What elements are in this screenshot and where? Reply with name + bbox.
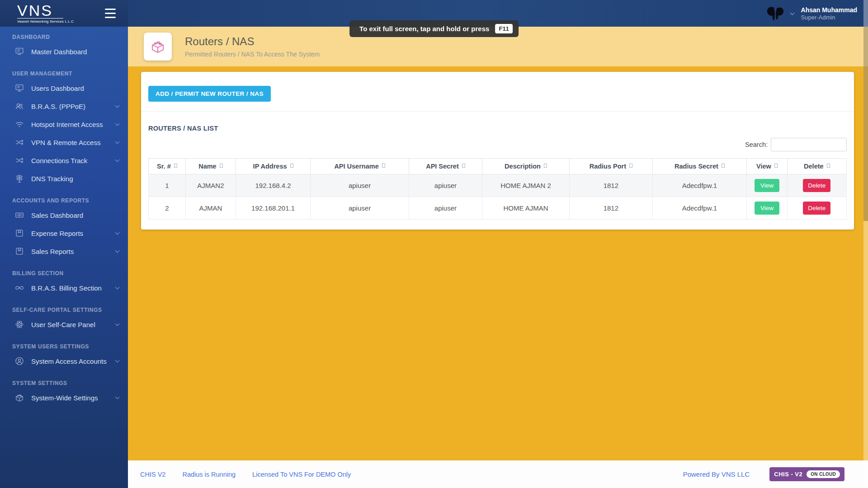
chevron-down-icon (115, 230, 120, 235)
sort-icon (722, 164, 725, 168)
footer-link-license[interactable]: Licensed To VNS For DEMO Only (252, 471, 351, 478)
shuffle-icon (14, 155, 25, 166)
column-header-view[interactable]: View (747, 159, 788, 174)
sidebar-item-sales-reports[interactable]: Sales Reports (0, 242, 128, 260)
user-info: Ahsan Muhammad Super-Admin (801, 6, 857, 21)
sort-icon (220, 164, 223, 168)
column-header-name[interactable]: Name (185, 159, 236, 174)
book-icon (14, 228, 25, 239)
column-header-api-secret[interactable]: API Secret (409, 159, 482, 174)
column-header-delete[interactable]: Delete (787, 159, 846, 174)
menu-toggle-button[interactable] (105, 9, 116, 18)
section-heading-user-management: USER MANAGEMENT (12, 70, 128, 77)
user-role: Super-Admin (801, 14, 857, 21)
cell-api-username: apiuser (311, 174, 409, 197)
routers-table: Sr. # Name IP Address API Username API S… (148, 158, 847, 220)
sidebar-item-hotspot-internet-access[interactable]: Hotspot Internet Access (0, 115, 128, 133)
view-button[interactable]: View (755, 202, 779, 215)
sidebar-item-bras-pppoe[interactable]: B.R.A.S. (PPPoE) (0, 97, 128, 115)
chevron-down-icon (115, 122, 120, 126)
fullscreen-toast: To exit full screen, tap and hold or pre… (349, 20, 519, 37)
banknote-icon (14, 210, 25, 221)
powered-by-link[interactable]: Powered By VNS LLC (683, 470, 750, 478)
sidebar-item-connections-track[interactable]: Connections Track (0, 151, 128, 169)
table-row: 2 AJMAN 192.168.201.1 apiuser apiuser HO… (149, 197, 847, 220)
chevron-down-icon (115, 285, 120, 290)
chevron-down-icon (115, 103, 120, 108)
chevron-down-icon (790, 10, 794, 15)
table-header-row: Sr. # Name IP Address API Username API S… (149, 159, 847, 174)
chevron-down-icon (115, 158, 120, 162)
users-icon (14, 101, 25, 112)
sidebar-item-expense-reports[interactable]: Expense Reports (0, 224, 128, 242)
footer-right: Powered By VNS LLC CHIS - V2 ON CLOUD (683, 467, 844, 481)
badge-label: CHIS - V2 (774, 471, 802, 478)
cell-name: AJMAN (185, 197, 236, 220)
cell-api-secret: apiuser (409, 197, 482, 220)
monitor-dashboard-icon (14, 83, 25, 94)
list-title: ROUTERS / NAS LIST (148, 125, 847, 132)
page-title: Routers / NAS (185, 35, 320, 48)
chevron-down-icon (115, 395, 120, 399)
column-header-api-username[interactable]: API Username (311, 159, 409, 174)
delete-button[interactable]: Delete (803, 202, 830, 215)
table-row: 1 AJMAN2 192.168.4.2 apiuser apiuser HOM… (149, 174, 847, 197)
sidebar-item-vpn-remote-access[interactable]: VPN & Remote Access (0, 133, 128, 151)
sidebar-item-master-dashboard[interactable]: Master Dashboard (0, 42, 128, 61)
f11-key-badge: F11 (495, 24, 513, 33)
scrollbar[interactable] (863, 0, 868, 488)
cell-description: HOME AJMAN 2 (482, 174, 570, 197)
cell-sr: 1 (149, 174, 186, 197)
sidebar-item-user-self-care-panel[interactable]: User Self-Care Panel (0, 315, 128, 333)
column-header-radius-secret[interactable]: Radius Secret (652, 159, 746, 174)
column-header-radius-port[interactable]: Radius Port (569, 159, 652, 174)
user-circle-icon (14, 356, 25, 366)
shuffle-icon (14, 137, 25, 148)
sidebar-item-users-dashboard[interactable]: Users Dashboard (0, 79, 128, 97)
wifi-icon (14, 119, 25, 130)
sidebar: DASHBOARD Master Dashboard USER MANAGEME… (0, 27, 128, 488)
cell-ip-address: 192.168.4.2 (236, 174, 310, 197)
toast-message: To exit full screen, tap and hold or pre… (359, 25, 489, 33)
sort-icon (774, 164, 778, 168)
column-header-description[interactable]: Description (482, 159, 570, 174)
on-cloud-pill: ON CLOUD (807, 470, 840, 478)
divider (141, 111, 854, 112)
chevron-down-icon (115, 322, 120, 326)
sidebar-item-system-wide-settings[interactable]: System-Wide Settings (0, 389, 128, 407)
user-menu[interactable]: Ahsan Muhammad Super-Admin (766, 0, 857, 27)
sidebar-item-system-access-accounts[interactable]: System Access Accounts (0, 352, 128, 370)
user-name: Ahsan Muhammad (801, 6, 857, 14)
book-icon (14, 246, 25, 257)
chis-cloud-badge: CHIS - V2 ON CLOUD (769, 467, 844, 481)
sidebar-item-sales-dashboard[interactable]: Sales Dashboard (0, 206, 128, 224)
column-header-sr[interactable]: Sr. # (149, 159, 186, 174)
search-input[interactable] (771, 138, 847, 151)
router-brick-icon (150, 38, 166, 55)
sidebar-item-dns-tracking[interactable]: DNS Tracking (0, 169, 128, 188)
cell-radius-port: 1812 (569, 174, 652, 197)
sidebar-item-bras-billing-section[interactable]: B.R.A.S. Billing Section (0, 279, 128, 297)
section-heading-accounts-reports: ACCOUNTS AND REPORTS (12, 197, 128, 204)
delete-button[interactable]: Delete (803, 179, 830, 192)
sort-icon (462, 164, 465, 168)
cell-radius-port: 1812 (569, 197, 652, 220)
footer-link-chis-v2[interactable]: CHIS V2 (140, 471, 165, 478)
view-button[interactable]: View (755, 179, 779, 192)
brand-tagline: Vaseeh Networking Services L.L.C (17, 18, 63, 23)
page-subtitle: Permitted Routers / NAS To Access The Sy… (185, 51, 320, 58)
sort-icon (174, 164, 177, 168)
chevron-down-icon (115, 249, 120, 253)
footer-link-radius-status[interactable]: Radius is Running (182, 471, 236, 478)
cell-radius-secret: Adecdfpw.1 (652, 174, 746, 197)
atom-icon (14, 319, 25, 330)
column-header-ip-address[interactable]: IP Address (236, 159, 310, 174)
company-logo-icon (766, 5, 784, 22)
section-heading-system-settings: SYSTEM SETTINGS (12, 380, 128, 386)
page-icon-tile (144, 33, 172, 61)
section-heading-dashboard: DASHBOARD (12, 34, 128, 40)
scrollbar-thumb[interactable] (863, 27, 868, 221)
add-router-button[interactable]: ADD / PERMIT NEW ROUTER / NAS (148, 86, 271, 102)
section-heading-system-users: SYSTEM USERS SETTINGS (12, 343, 128, 350)
page-titles: Routers / NAS Permitted Routers / NAS To… (185, 35, 320, 58)
